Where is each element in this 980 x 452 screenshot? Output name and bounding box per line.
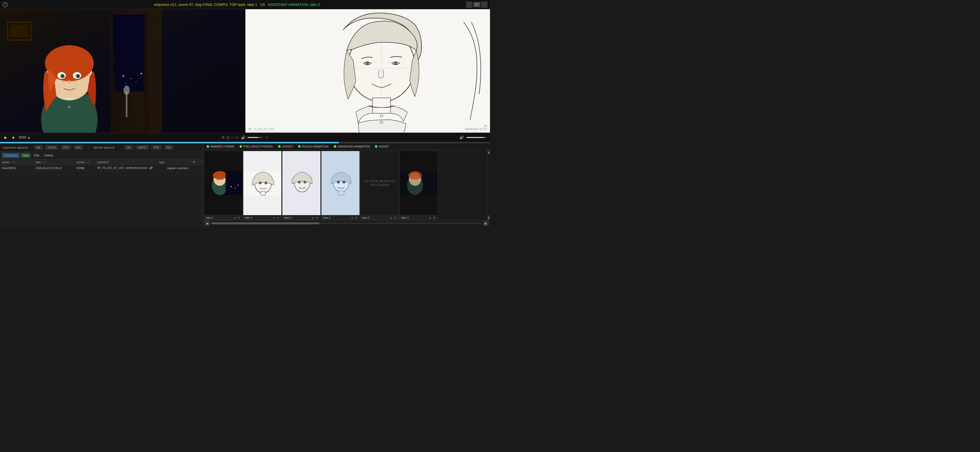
thumb-next-5[interactable]: ▼: [393, 216, 397, 219]
thumb-next-1[interactable]: ▼: [237, 216, 241, 219]
thumb-2[interactable]: take 1 ▲ ▼: [243, 151, 282, 220]
thumb-6[interactable]: take 3 ▲ ▼: [399, 151, 438, 220]
director-inv-button[interactable]: INV: [164, 145, 173, 150]
thumb-footer-2: take 1 ▲ ▼: [243, 215, 282, 220]
compare-icon[interactable]: ⧉: [222, 135, 224, 140]
thumb-prev-6[interactable]: ▲: [428, 216, 432, 219]
svg-point-12: [124, 86, 130, 95]
svg-rect-11: [126, 91, 127, 117]
volume-slider-right[interactable]: [466, 137, 487, 138]
thumb-prev-4[interactable]: ▲: [350, 216, 354, 219]
thumb-label-1: take 1: [206, 216, 213, 219]
th-type[interactable]: type: [159, 160, 193, 164]
thumb-5[interactable]: NO VISUAL MEDIA FOR THIS ELEMENT take 2 …: [360, 151, 399, 220]
help-icon[interactable]: ?: [3, 2, 8, 7]
svg-point-53: [264, 181, 267, 184]
supervisor-rtk-button[interactable]: RTK: [61, 145, 71, 150]
svg-point-64: [342, 181, 345, 183]
step-2ndrough[interactable]: 2NDROUGH ANIMATION: [332, 145, 372, 148]
thumb-next-2[interactable]: ▼: [276, 216, 280, 219]
top-bar: ? sequence 011, scene 07, step FINAL COM…: [0, 0, 490, 9]
th-media[interactable]: media ▲▼: [76, 160, 97, 164]
prev-scene-button[interactable]: ‹: [466, 2, 472, 8]
director-okfix-button[interactable]: OKFIX: [136, 145, 149, 150]
svg-point-27: [68, 106, 71, 108]
thumb-4[interactable]: take 1 ▲ ▼: [321, 151, 360, 220]
supervisor-okfix-button[interactable]: OKFIX: [45, 145, 58, 150]
thumb-next-6[interactable]: ▼: [433, 216, 436, 219]
thumb-prev-3[interactable]: ▲: [311, 216, 315, 219]
th-comment[interactable]: comment: [97, 160, 159, 164]
side-scroll-up[interactable]: ▲: [488, 150, 490, 154]
thumb-footer-1: take 1 ▲ ▼: [204, 215, 242, 220]
thumb-scroll-right[interactable]: ▶: [483, 221, 488, 226]
layout-icon[interactable]: ⊡: [226, 135, 229, 140]
svg-point-9: [136, 81, 137, 82]
volume-right-icon[interactable]: 🔊: [460, 135, 464, 140]
svg-rect-3: [10, 25, 28, 38]
step-psd-layout[interactable]: PSD LAYOUT POSING: [237, 145, 275, 148]
th-sort-handle[interactable]: ⇅: [193, 160, 200, 164]
progress-bar[interactable]: [0, 142, 490, 143]
approval-row: supervisor approval OK OKFIX RTK INV dir…: [0, 143, 202, 152]
thumb-3[interactable]: take 2 ▲ ▼: [282, 151, 321, 220]
thumb-label-3: take 2: [284, 216, 292, 219]
no-media-label: NO VISUAL MEDIA FOR THIS ELEMENT: [361, 151, 399, 215]
thumb-img-4: [321, 151, 360, 215]
crop-icon[interactable]: □: [232, 135, 234, 140]
thumb-arrows-4: ▲ ▼: [350, 216, 358, 219]
play-button[interactable]: ▶: [3, 135, 8, 140]
fullscreen-button[interactable]: ⤢: [265, 135, 268, 140]
next-scene-button[interactable]: ›: [481, 2, 487, 8]
supervisor-inv-button[interactable]: INV: [74, 145, 83, 150]
step-layout[interactable]: LAYOUT: [276, 145, 295, 148]
thumb-img-2: [243, 151, 282, 215]
side-scroll-down[interactable]: ▼: [488, 216, 490, 220]
svg-point-52: [259, 181, 262, 184]
svg-rect-46: [225, 171, 242, 195]
thumb-prev-1[interactable]: ▲: [233, 216, 237, 219]
stop-button[interactable]: ■: [11, 135, 16, 140]
thumb-footer-6: take 3 ▲ ▼: [399, 215, 438, 220]
director-ok-button[interactable]: OK: [124, 145, 133, 150]
frame-arrow[interactable]: ▲: [27, 136, 30, 139]
side-scrollbar[interactable]: ▲ ▼: [487, 150, 490, 220]
thumb-next-4[interactable]: ▼: [354, 216, 358, 219]
video-area: AF_LT_011_07_v03 38 05/06/2019 12:16: [0, 9, 490, 132]
annotate-icon[interactable]: ✏: [236, 135, 239, 140]
svg-rect-36: [372, 98, 390, 113]
thumb-arrows-3: ▲ ▼: [311, 216, 319, 219]
thumb-scrollbar-h[interactable]: [211, 222, 482, 224]
thumbs-panel: ANIMATIC FRAME PSD LAYOUT POSING LAYOUT …: [203, 143, 490, 226]
th-author[interactable]: author ▲▼: [2, 160, 35, 164]
sketch-watermark-left: AF_LT_011_07_v03: [248, 127, 274, 131]
step-animatic[interactable]: ANIMATIC FRAME: [205, 145, 236, 148]
th-date[interactable]: date ▲▼: [35, 160, 76, 164]
director-rtk-button[interactable]: RTK: [151, 145, 162, 150]
thumb-scroll-left[interactable]: ◀: [205, 221, 210, 226]
step-dot-psd: [239, 145, 242, 148]
sketch-date: 05/06/2019 12:16: [465, 127, 487, 131]
video-left[interactable]: [0, 9, 245, 132]
volume-slider-left[interactable]: [247, 137, 263, 138]
thumb-1[interactable]: take 1 ▲ ▼: [204, 151, 243, 220]
svg-point-44: [216, 178, 219, 180]
step-assist[interactable]: ASSIST: [373, 145, 391, 148]
step-dot-assist: [375, 145, 377, 148]
comment-tab[interactable]: Comment: [2, 153, 19, 158]
supervisor-ok-button[interactable]: OK: [34, 145, 43, 150]
thumb-img-3: [282, 151, 320, 215]
thumb-prev-2[interactable]: ▲: [272, 216, 276, 219]
step-dot-rough: [298, 145, 301, 148]
step-dot-2ndrough: [334, 145, 336, 148]
video-right[interactable]: AF_LT_011_07_v03 38 05/06/2019 12:16: [245, 9, 490, 132]
edit-comment-button[interactable]: Edit: [32, 153, 41, 158]
thumb-prev-5[interactable]: ▲: [389, 216, 393, 219]
delete-comment-button[interactable]: Delete: [42, 153, 56, 158]
volume-left-icon[interactable]: 🔊: [241, 135, 245, 140]
new-comment-button[interactable]: New: [21, 153, 31, 158]
svg-point-22: [77, 75, 80, 77]
thumb-next-3[interactable]: ▼: [315, 216, 319, 219]
comment-link-icon[interactable]: 🔗: [149, 166, 153, 169]
step-rough[interactable]: ROUGH ANIMATION: [296, 145, 331, 148]
